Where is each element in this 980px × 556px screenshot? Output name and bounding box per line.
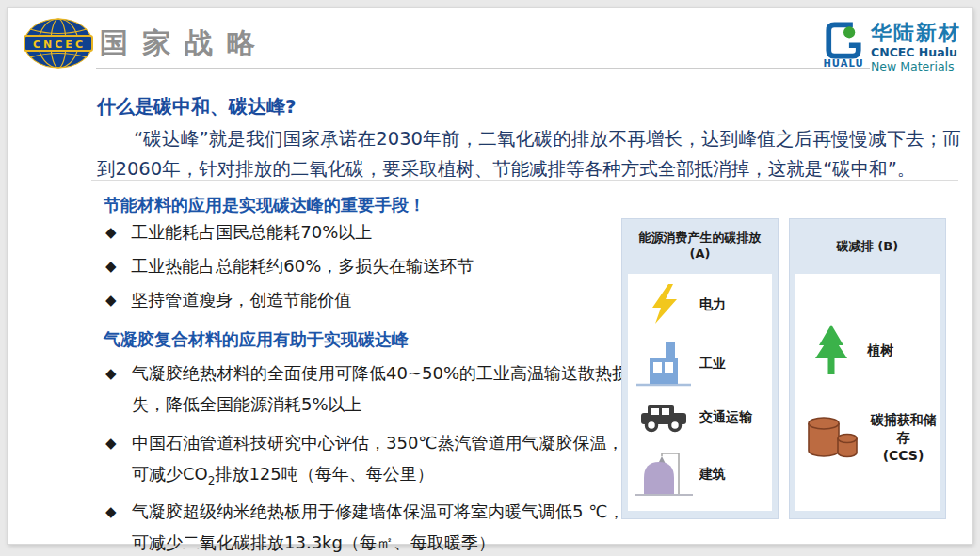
diamond-bullet-icon: ◆ <box>105 358 117 389</box>
diagram-row-label: 电力 <box>699 295 726 313</box>
aerogel-bullet-list: ◆ 气凝胶绝热材料的全面使用可降低40~50%的工业高温输送散热损失，降低全国能… <box>105 357 629 556</box>
carbon-reduction-box: 碳减排 (B) 植树 <box>789 218 946 519</box>
carbon-reduction-box-header: 碳减排 (B) <box>790 219 945 274</box>
list-item: ◆ 工业热能占总能耗约60%，多损失在输送环节 <box>105 256 474 278</box>
lightning-icon <box>628 283 699 325</box>
title-divider <box>96 68 870 69</box>
barrels-icon <box>795 413 867 462</box>
carbon-emission-box: 能源消费产生的碳排放 (A) 电力 <box>621 218 779 519</box>
diagram-row-ccs: 碳捕获和储存 (CCS) <box>795 411 940 465</box>
diamond-bullet-icon: ◆ <box>105 292 117 309</box>
intro-heading: 什么是碳中和、碳达峰? <box>97 94 297 119</box>
list-item: ◆ 气凝胶超级纳米绝热板用于修建墙体保温可将室内暖气调低5 ℃，可减少二氧化碳排… <box>105 496 629 556</box>
diamond-bullet-icon: ◆ <box>105 428 117 459</box>
bullet-text: 坚持管道瘦身，创造节能价值 <box>131 290 351 310</box>
ccs-label-line1: 碳捕获和储存 <box>867 411 940 447</box>
diamond-bullet-icon: ◆ <box>105 224 117 241</box>
slide: CNCEC 国家战略 HUALU 华陆新材 CNCEC Hualu New Ma… <box>8 8 972 544</box>
ccs-label-line2: (CCS) <box>867 447 940 465</box>
aerogel-section-heading: 气凝胶复合材料的应用有助于实现碳达峰 <box>104 328 409 351</box>
carbon-emission-box-body: 电力 工业 <box>628 274 772 511</box>
bullet-text: 工业能耗占国民总能耗70%以上 <box>131 222 372 242</box>
bullet-text: 气凝胶超级纳米绝热板用于修建墙体保温可将室内暖气调低5 ℃，可减少二氧化碳排放1… <box>132 501 624 552</box>
hualu-mark-label: HUALU <box>823 58 863 69</box>
diagram-row-label: 植树 <box>867 342 893 359</box>
hualu-mark-icon <box>823 21 864 60</box>
hualu-en-subname: New Materials <box>871 60 961 73</box>
energy-section-heading: 节能材料的应用是实现碳达峰的重要手段！ <box>104 194 426 216</box>
diagram-row-tree-planting: 植树 <box>795 323 940 377</box>
list-item: ◆ 气凝胶绝热材料的全面使用可降低40~50%的工业高温输送散热损失，降低全国能… <box>105 357 629 427</box>
diagram-row-label: 建筑 <box>699 465 726 483</box>
factory-icon <box>628 339 699 388</box>
bullet-text: 排放125吨（每年、每公里） <box>215 464 433 484</box>
diagram-row-label: 碳捕获和储存 (CCS) <box>867 411 940 465</box>
diagram-row-electricity: 电力 <box>628 283 772 325</box>
car-icon <box>628 402 699 433</box>
section-divider <box>91 180 958 181</box>
carbon-reduction-box-body: 植树 碳捕获和储存 <box>795 274 940 511</box>
building-icon <box>628 447 699 500</box>
hualu-en-name: CNCEC Hualu <box>871 46 961 59</box>
energy-bullet-list: ◆ 工业能耗占国民总能耗70%以上 ◆ 工业热能占总能耗约60%，多损失在输送环… <box>105 222 474 324</box>
diamond-bullet-icon: ◆ <box>105 497 117 528</box>
diamond-bullet-icon: ◆ <box>105 258 117 275</box>
tree-icon <box>795 323 867 377</box>
bullet-text: 气凝胶绝热材料的全面使用可降低40~50%的工业高温输送散热损失，降低全国能源消… <box>132 363 629 414</box>
hualu-logo-mark: HUALU <box>823 21 864 69</box>
hualu-logo: HUALU 华陆新材 CNCEC Hualu New Materials <box>823 21 961 73</box>
diagram-row-building: 建筑 <box>628 447 772 500</box>
list-item: ◆ 坚持管道瘦身，创造节能价值 <box>105 290 474 311</box>
cncec-logo-text: CNCEC <box>33 39 86 51</box>
list-item: ◆ 中国石油管道科技研究中心评估，350℃蒸汽管道用气凝胶保温，可减少CO2排放… <box>105 427 629 497</box>
carbon-emission-box-header: 能源消费产生的碳排放 (A) <box>622 219 778 274</box>
page-title: 国家战略 <box>100 24 269 63</box>
diagram-row-transport: 交通运输 <box>628 402 772 433</box>
bullet-text: 工业热能占总能耗约60%，多损失在输送环节 <box>131 256 474 276</box>
slide-viewer: CNCEC 国家战略 HUALU 华陆新材 CNCEC Hualu New Ma… <box>0 0 980 556</box>
hualu-logo-text: 华陆新材 CNCEC Hualu New Materials <box>871 21 961 73</box>
list-item: ◆ 工业能耗占国民总能耗70%以上 <box>105 222 474 244</box>
diagram-row-label: 工业 <box>699 355 726 373</box>
hualu-cn-name: 华陆新材 <box>871 21 961 44</box>
intro-paragraph: “碳达峰”就是我们国家承诺在2030年前，二氧化碳的排放不再增长，达到峰值之后再… <box>97 124 961 184</box>
diagram-row-label: 交通运输 <box>699 408 752 426</box>
diagram-row-industry: 工业 <box>628 339 772 388</box>
cncec-logo: CNCEC <box>23 17 94 70</box>
